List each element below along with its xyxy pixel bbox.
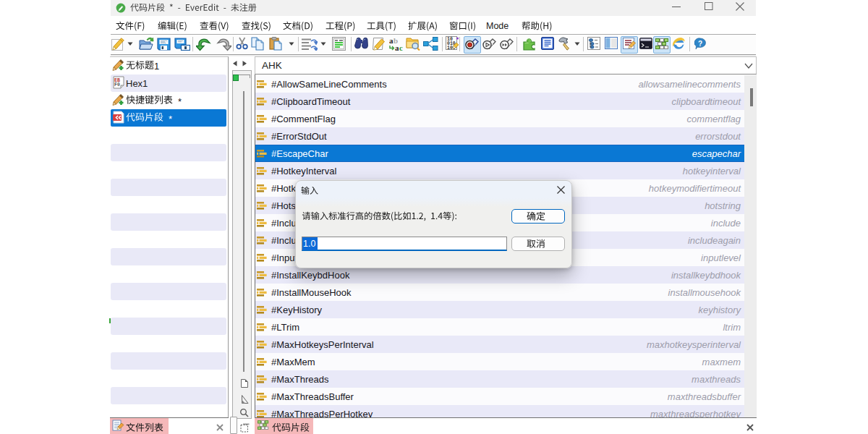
svg-text:c: c — [399, 43, 403, 51]
svg-text:?: ? — [698, 40, 702, 48]
svg-text:F0: F0 — [114, 82, 120, 88]
